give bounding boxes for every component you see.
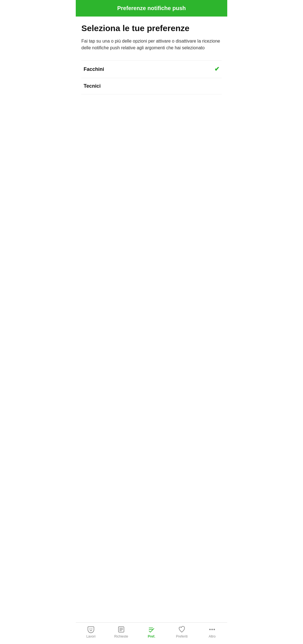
nav-item-altro[interactable]: Altro [197, 626, 227, 638]
nav-icon-pref [148, 626, 155, 633]
nav-item-pref[interactable]: Pref. [136, 626, 167, 638]
check-icon: ✔ [214, 66, 219, 73]
option-facchini[interactable]: Facchini ✔ [81, 60, 222, 78]
nav-icon-richieste [117, 626, 125, 633]
svg-point-8 [214, 629, 215, 630]
nav-icon-preferiti [178, 626, 186, 633]
nav-icon-lavori [87, 626, 95, 633]
option-tecnici[interactable]: Tecnici [81, 78, 222, 94]
theater-mask-icon [87, 626, 95, 633]
svg-point-7 [212, 629, 212, 630]
page-description: Fai tap su una o più delle opzioni per a… [81, 38, 222, 51]
heart-icon [178, 626, 185, 633]
options-list: Facchini ✔ Tecnici [81, 60, 222, 94]
nav-label-pref: Pref. [148, 634, 155, 638]
preferences-check-list-icon [148, 626, 155, 633]
list-icon [118, 626, 125, 633]
bottom-nav: Lavori Richieste Pref. [76, 622, 227, 644]
more-dots-icon [208, 626, 216, 633]
option-facchini-label: Facchini [84, 66, 104, 72]
nav-label-preferiti: Preferiti [176, 634, 187, 638]
app-header: Preferenze notifiche push [76, 0, 227, 17]
nav-item-preferiti[interactable]: Preferiti [167, 626, 197, 638]
nav-label-richieste: Richieste [114, 634, 128, 638]
nav-icon-altro [208, 626, 216, 633]
nav-label-lavori: Lavori [86, 634, 96, 638]
nav-item-richieste[interactable]: Richieste [106, 626, 136, 638]
option-tecnici-label: Tecnici [84, 83, 101, 89]
page-title: Seleziona le tue preferenze [81, 23, 222, 33]
nav-item-lavori[interactable]: Lavori [76, 626, 106, 638]
svg-point-6 [210, 629, 210, 630]
main-content: Seleziona le tue preferenze Fai tap su u… [76, 17, 227, 644]
nav-label-altro: Altro [209, 634, 216, 638]
header-title: Preferenze notifiche push [117, 5, 186, 11]
